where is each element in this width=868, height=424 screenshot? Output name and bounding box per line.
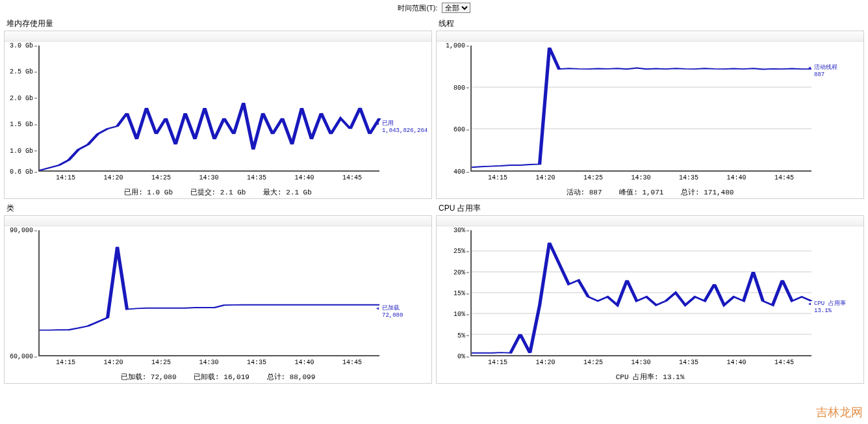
cpu-summary: CPU 占用率: 13.1%: [437, 369, 863, 383]
charts-grid: 堆内存使用量 0.6 Gb 1.0 Gb 1.5 Gb 2.0 Gb 2.5 G…: [0, 18, 868, 388]
heap-y-axis: 0.6 Gb 1.0 Gb 1.5 Gb 2.0 Gb 2.5 Gb 3.0 G…: [5, 46, 36, 172]
heap-title: 堆内存使用量: [6, 18, 432, 29]
chart-strip: [5, 216, 431, 226]
threads-title: 线程: [439, 18, 864, 29]
threads-series-label: 活动线程 887: [814, 64, 861, 79]
time-range-controls: 时间范围(T): 全部: [0, 0, 868, 18]
threads-x-axis: 14:1514:2014:2514:3014:3514:4014:45: [470, 174, 811, 183]
chart-strip: [5, 31, 431, 42]
threads-y-axis: 400 600 800 1,000: [437, 46, 468, 172]
threads-series-svg: [472, 46, 811, 170]
chart-strip: [437, 31, 863, 42]
cpu-title: CPU 占用率: [439, 203, 864, 214]
cpu-series-label: CPU 占用率 13.1%: [814, 300, 861, 315]
cpu-y-axis: 0% 5% 10% 15% 20% 25% 30%: [437, 230, 468, 356]
heap-chart: 0.6 Gb 1.0 Gb 1.5 Gb 2.0 Gb 2.5 Gb 3.0 G…: [4, 31, 432, 199]
heap-x-axis: 14:1514:2014:2514:3014:3514:4014:45: [38, 174, 379, 183]
chart-strip: [437, 216, 863, 226]
classes-panel: 类 60,000 90,000 已加载 72,080 14:1514:2014:…: [4, 203, 432, 384]
threads-summary: 活动: 887 峰值: 1,071 总计: 171,480: [437, 185, 863, 198]
threads-chart: 400 600 800 1,000 活动线程 887 14:1514:2: [436, 31, 864, 199]
classes-x-axis: 14:1514:2014:2514:3014:3514:4014:45: [38, 359, 379, 368]
classes-summary: 已加载: 72,080 已卸载: 16,019 总计: 88,099: [5, 369, 431, 383]
heap-summary: 已用: 1.0 Gb 已提交: 2.1 Gb 最大: 2.1 Gb: [5, 185, 431, 198]
classes-series-label: 已加载 72,080: [382, 305, 429, 319]
classes-series-svg: [40, 230, 379, 355]
classes-chart: 60,000 90,000 已加载 72,080 14:1514:2014:25…: [4, 215, 432, 384]
heap-series-svg: [40, 46, 379, 170]
cpu-panel: CPU 占用率 0% 5% 10% 15% 20% 25% 30%: [436, 203, 864, 384]
heap-series-label: 已用 1,043,826,264: [382, 120, 429, 135]
time-range-select[interactable]: 全部: [442, 3, 470, 13]
heap-panel: 堆内存使用量 0.6 Gb 1.0 Gb 1.5 Gb 2.0 Gb 2.5 G…: [4, 18, 432, 199]
cpu-x-axis: 14:1514:2014:2514:3014:3514:4014:45: [470, 359, 811, 368]
cpu-series-svg: [472, 230, 811, 355]
threads-panel: 线程 400 600 800 1,000 活动线程: [436, 18, 864, 199]
classes-title: 类: [6, 203, 432, 214]
time-range-label: 时间范围(T):: [398, 3, 437, 13]
cpu-chart: 0% 5% 10% 15% 20% 25% 30%: [436, 215, 864, 384]
classes-y-axis: 60,000 90,000: [5, 230, 36, 356]
